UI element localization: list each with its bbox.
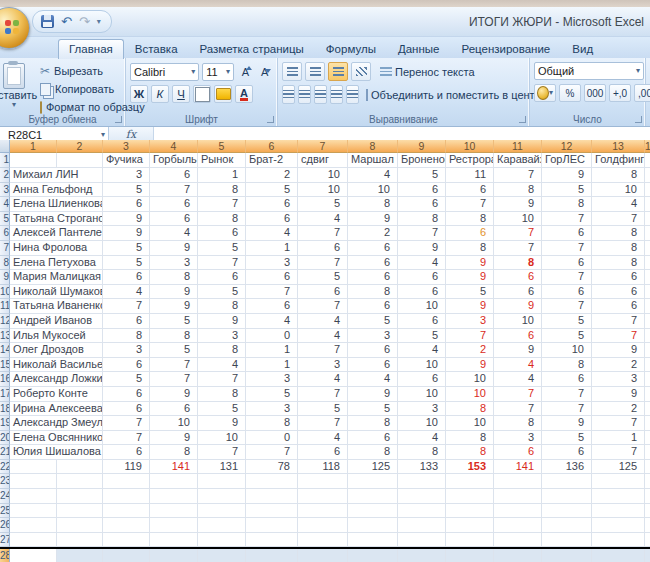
score-cell[interactable]: 4 [592,197,645,212]
score-cell[interactable]: 4 [398,343,446,358]
font-color-button[interactable]: А [235,85,253,103]
score-cell[interactable]: 9 [494,197,542,212]
score-cell[interactable]: 7 [150,183,198,198]
font-size-select[interactable]: 11 ▾ [202,63,234,81]
score-cell[interactable]: 6 [398,285,446,300]
score-cell[interactable]: 8 [348,445,398,460]
total-cell[interactable]: 141 [494,460,542,475]
score-cell[interactable]: 5 [542,314,592,329]
cell[interactable] [57,460,103,475]
cell[interactable] [645,314,650,329]
shrink-font-button[interactable]: А [257,62,273,81]
judge-name-cell[interactable]: Юлия Шишалова [10,445,103,460]
column-header[interactable]: 10 [446,140,494,153]
qat-customize-button[interactable]: ▾ [97,17,101,26]
judge-name-cell[interactable]: Александр Ложкин [10,372,103,387]
cell[interactable] [645,241,650,256]
cell[interactable] [10,474,57,489]
score-cell[interactable]: 3 [246,256,298,271]
row-header[interactable]: 16 [0,372,10,387]
format-painter-button[interactable]: Формат по образцу [40,99,121,115]
score-cell[interactable]: 6 [542,372,592,387]
number-format-select[interactable]: Общий ▾ [534,62,644,80]
align-middle-button[interactable] [305,62,325,81]
cell[interactable] [645,256,650,271]
row-header[interactable]: 7 [0,241,10,256]
score-cell[interactable]: 3 [298,358,348,373]
score-cell[interactable]: 4 [198,358,246,373]
score-cell[interactable]: 5 [446,285,494,300]
score-cell[interactable]: 7 [592,212,645,227]
score-cell[interactable]: 4 [246,314,298,329]
cell[interactable] [592,549,645,562]
score-cell[interactable]: 10 [446,372,494,387]
judge-name-cell[interactable]: Мария Малицкая [10,270,103,285]
row-header[interactable]: 8 [0,256,10,271]
tab-vstavka[interactable]: Вставка [124,40,189,58]
score-cell[interactable]: 6 [446,183,494,198]
underline-button[interactable]: Ч [172,85,190,103]
cell[interactable] [10,533,57,548]
total-cell[interactable]: 141 [150,460,198,475]
score-cell[interactable]: 4 [298,372,348,387]
cell[interactable] [645,183,650,198]
score-cell[interactable]: 8 [348,416,398,431]
cell[interactable] [103,518,150,533]
column-header[interactable]: 4 [150,140,198,153]
score-cell[interactable]: 7 [542,241,592,256]
score-cell[interactable]: 8 [198,299,246,314]
cell[interactable] [542,518,592,533]
row-header[interactable]: 28 [0,549,10,562]
judge-name-cell[interactable]: Анна Гельфонд [10,183,103,198]
cell[interactable] [246,489,298,504]
cell[interactable] [592,474,645,489]
film-title-cell[interactable]: ГорЛЕС [542,153,592,168]
score-cell[interactable]: 6 [398,270,446,285]
cell[interactable] [150,489,198,504]
score-cell[interactable]: 3 [592,372,645,387]
judge-name-cell[interactable]: Николай Шумаков [10,285,103,300]
cell[interactable] [645,416,650,431]
undo-button[interactable]: ↶ [61,15,72,28]
score-cell[interactable]: 8 [150,329,198,344]
score-cell[interactable]: 4 [246,226,298,241]
cell[interactable] [246,504,298,519]
align-bottom-button[interactable] [328,62,348,81]
score-cell[interactable]: 4 [348,372,398,387]
cell[interactable] [494,533,542,548]
score-cell[interactable]: 5 [542,329,592,344]
score-cell[interactable]: 7 [103,431,150,446]
cell[interactable] [542,474,592,489]
score-cell[interactable]: 1 [198,168,246,183]
cell[interactable] [645,153,650,168]
score-cell[interactable]: 7 [298,299,348,314]
score-cell[interactable]: 8 [198,212,246,227]
score-cell[interactable]: 6 [542,226,592,241]
score-cell[interactable]: 6 [198,270,246,285]
score-cell[interactable]: 10 [542,343,592,358]
cell[interactable] [446,474,494,489]
score-cell[interactable]: 5 [298,197,348,212]
score-cell[interactable]: 9 [103,226,150,241]
cell[interactable] [246,549,298,562]
tab-recenzirovanie[interactable]: Рецензирование [450,40,561,58]
row-header[interactable]: 10 [0,285,10,300]
row-header[interactable]: 2 [0,168,10,183]
score-cell[interactable]: 5 [398,168,446,183]
total-cell[interactable]: 153 [446,460,494,475]
score-cell[interactable]: 6 [348,241,398,256]
column-header[interactable]: 5 [198,140,246,153]
score-cell[interactable]: 7 [198,256,246,271]
judge-name-cell[interactable]: Олег Дроздов [10,343,103,358]
cell[interactable] [348,549,398,562]
merge-center-button[interactable]: Объединить и поместить в центре [371,89,547,101]
row-header[interactable]: 9 [0,270,10,285]
score-cell[interactable]: 4 [494,372,542,387]
cell[interactable] [494,474,542,489]
score-cell[interactable]: 2 [592,402,645,417]
cell[interactable] [198,504,246,519]
column-header[interactable]: 13 [592,140,645,153]
film-title-cell[interactable]: Маршал [348,153,398,168]
dialog-launcher-icon[interactable] [635,116,642,123]
score-cell[interactable]: 7 [298,416,348,431]
